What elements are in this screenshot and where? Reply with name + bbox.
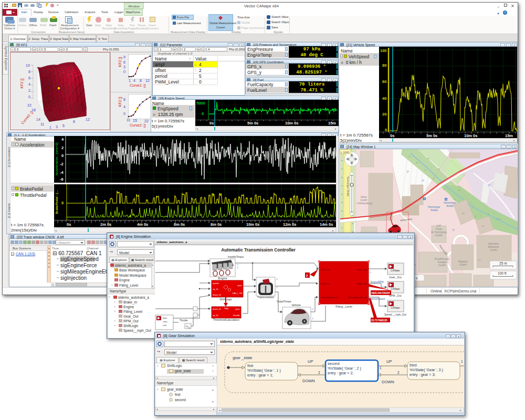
svg-text:P: P	[488, 184, 490, 187]
svg-text:UP: UP	[308, 359, 313, 364]
svg-text:CAT: CAT	[437, 225, 442, 227]
svg-text:up_th: up_th	[213, 314, 218, 317]
svg-text:⟂: ⟂	[312, 307, 314, 310]
svg-text:- Holzhandlung: - Holzhandlung	[356, 202, 372, 205]
svg-text:P: P	[497, 217, 499, 221]
svg-text:Gear_In: Gear_In	[321, 268, 329, 271]
svg-text:VehicleSpeed_Out: VehicleSpeed_Out	[348, 296, 368, 299]
svg-text:down_th: down_th	[213, 308, 222, 310]
svg-text:45: 45	[478, 259, 481, 261]
svg-text:RoodMicrotec: RoodMicrotec	[435, 258, 450, 260]
svg-text:Elektronik: Elektronik	[488, 246, 499, 248]
svg-text:throttle: throttle	[233, 314, 240, 317]
svg-text:2: 2	[318, 371, 320, 374]
svg-text:25 m: 25 m	[499, 261, 507, 265]
svg-text:second: second	[328, 362, 340, 365]
svg-text:OutputTorque: OutputTorque	[277, 300, 291, 303]
svg-text:GmbH: GmbH	[459, 264, 466, 266]
svg-text:entry : gear = 2;: entry : gear = 2;	[328, 371, 353, 375]
svg-text:CANape: CANape	[391, 307, 400, 309]
svg-text:%VState{ 'Gear ', 3 }: %VState{ 'Gear ', 3 }	[410, 368, 443, 372]
svg-text:up_th: up_th	[213, 288, 218, 290]
svg-text:Clean: Clean	[436, 228, 442, 230]
svg-text:%VState{ 'Gear ', 2 }: %VState{ 'Gear ', 2 }	[328, 366, 361, 371]
svg-text:P: P	[407, 170, 409, 174]
svg-text:Wider: Wider	[361, 196, 367, 198]
svg-text:data: data	[163, 317, 167, 319]
svg-text:DOWN: DOWN	[302, 379, 315, 383]
svg-text:Automatic Transmission Control: Automatic Transmission Controller	[221, 247, 296, 253]
svg-text:Hemminger: Hemminger	[428, 206, 440, 208]
svg-text:rows: rows	[163, 320, 167, 323]
svg-text:Hemminger: Hemminger	[444, 202, 456, 204]
svg-text:CANape: CANape	[391, 288, 400, 290]
svg-text:first: first	[247, 364, 253, 368]
svg-text:cols: cols	[163, 324, 166, 327]
svg-text:⟂: ⟂	[312, 317, 314, 320]
svg-text:⟂: ⟂	[237, 266, 239, 269]
svg-text:GmbH: GmbH	[360, 199, 367, 202]
svg-text:down_th: down_th	[213, 293, 222, 296]
svg-text:Speed __mph_Out: Speed __mph_Out	[384, 313, 407, 316]
svg-text:Stuttgart: Stuttgart	[437, 261, 447, 264]
svg-text:TH(): TH()	[224, 307, 229, 310]
svg-text:Vehicle: Vehicle	[291, 303, 300, 307]
svg-text:Gear _Out: Gear _Out	[389, 276, 402, 279]
svg-text:gear: gear	[236, 308, 240, 310]
svg-text:entry : gear = 1;: entry : gear = 1;	[247, 373, 273, 377]
svg-text:P: P	[422, 179, 424, 183]
svg-text:VehicleSpeed_In: VehicleSpeed_In	[321, 296, 339, 299]
svg-text:speed: speed	[213, 282, 219, 285]
svg-text:1: 1	[461, 360, 463, 363]
svg-text:EngineRPM: EngineRPM	[371, 281, 384, 284]
svg-text:CANape: CANape	[391, 269, 400, 272]
svg-text:Hemminger Straße: Hemminger Straße	[346, 176, 349, 197]
svg-text:RPM_Out: RPM_Out	[357, 282, 368, 285]
svg-text:P: P	[453, 228, 455, 232]
svg-text:Straße: Straße	[430, 209, 438, 212]
svg-text:RPM_In: RPM_In	[321, 282, 329, 285]
svg-text:UP: UP	[386, 359, 392, 364]
svg-text:Straße: Straße	[446, 205, 454, 207]
svg-text:GmbH: GmbH	[438, 264, 445, 267]
svg-text:B: B	[445, 198, 447, 201]
svg-text:CALC_TH: CALC_TH	[232, 292, 242, 295]
svg-text:1: 1	[380, 366, 382, 370]
svg-text:VehicleSpeed: VehicleSpeed	[370, 298, 385, 300]
svg-text:Gear_Out: Gear_Out	[357, 268, 368, 271]
svg-text:B: B	[424, 197, 425, 200]
svg-text:35.717498135: 35.717498135	[371, 319, 387, 322]
svg-text:%VState{ 'Gear ', 1 }: %VState{ 'Gear ', 1 }	[247, 369, 281, 373]
svg-text:entry : gear = 3;: entry : gear = 3;	[410, 373, 435, 377]
svg-text:100 ft: 100 ft	[498, 271, 507, 275]
svg-text:⟂: ⟂	[370, 270, 372, 274]
svg-text:gear: gear	[238, 284, 243, 287]
svg-text:ImpellerTorque: ImpellerTorque	[228, 256, 244, 258]
svg-text:GmbH: GmbH	[435, 234, 442, 237]
svg-text:Transmission: Transmission	[257, 296, 274, 299]
svg-text:Filling _Level: Filling _Level	[335, 305, 352, 308]
svg-text:ThresholdCalculation: ThresholdCalculation	[213, 318, 240, 321]
svg-text:Hartmann: Hartmann	[488, 243, 499, 245]
svg-text:39: 39	[462, 212, 465, 215]
svg-text:L 1141: L 1141	[341, 151, 350, 154]
svg-text:Rögelein: Rögelein	[458, 260, 468, 263]
svg-text:Air Technology: Air Technology	[431, 231, 447, 234]
svg-text:GmbH: GmbH	[490, 249, 497, 251]
svg-text:2: 2	[397, 371, 400, 374]
svg-text:Engine: Engine	[218, 277, 227, 280]
svg-text:41: 41	[482, 225, 485, 227]
svg-text:gear _state: gear _state	[233, 355, 253, 360]
svg-text:Throttle: Throttle	[180, 319, 188, 322]
svg-text:DOWN: DOWN	[382, 380, 394, 384]
svg-text:2820.341720267: 2820.341720267	[371, 292, 390, 295]
svg-text:⟂: ⟂	[276, 277, 278, 280]
svg-text:third: third	[410, 363, 417, 367]
